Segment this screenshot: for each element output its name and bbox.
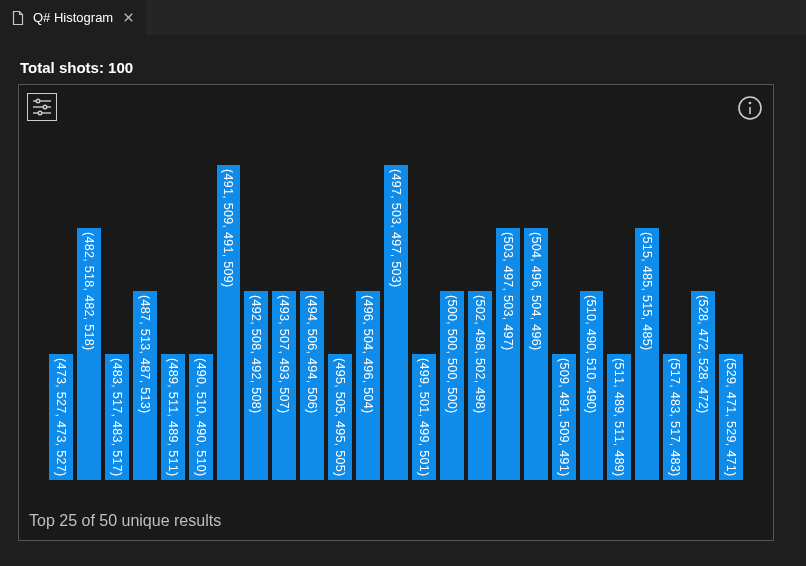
- bar-label: (509, 491, 509, 491): [557, 358, 571, 477]
- bar-label: (492, 508, 492, 508): [249, 295, 263, 414]
- bar-label: (495, 505, 495, 505): [333, 358, 347, 477]
- histogram-bar[interactable]: (510, 490, 510, 490): [580, 291, 604, 480]
- histogram-bar[interactable]: (491, 509, 491, 509): [217, 165, 241, 480]
- svg-point-1: [36, 99, 40, 103]
- histogram-bar[interactable]: (473, 527, 473, 527): [49, 354, 73, 480]
- histogram-bar[interactable]: (499, 501, 499, 501): [412, 354, 436, 480]
- histogram-bar[interactable]: (489, 511, 489, 511): [161, 354, 185, 480]
- bar-label: (511, 489, 511, 489): [612, 358, 626, 477]
- histogram-bar[interactable]: (517, 483, 517, 483): [663, 354, 687, 480]
- bar-label: (496, 504, 496, 504): [361, 295, 375, 414]
- histogram-bar[interactable]: (529, 471, 529, 471): [719, 354, 743, 480]
- histogram-bar[interactable]: (528, 472, 528, 472): [691, 291, 715, 480]
- histogram-bar[interactable]: (493, 507, 493, 507): [272, 291, 296, 480]
- bar-label: (529, 471, 529, 471): [724, 358, 738, 477]
- bar-label: (497, 503, 497, 503): [389, 169, 403, 288]
- histogram-bar[interactable]: (509, 491, 509, 491): [552, 354, 576, 480]
- total-shots-label: Total shots: 100: [20, 59, 788, 76]
- bar-label: (491, 509, 491, 509): [221, 169, 235, 288]
- histogram-bar[interactable]: (490, 510, 490, 510): [189, 354, 213, 480]
- bar-label: (517, 483, 517, 483): [668, 358, 682, 477]
- histogram-bar[interactable]: (504, 496, 504, 496): [524, 228, 548, 480]
- histogram-bar[interactable]: (515, 485, 515, 485): [635, 228, 659, 480]
- bar-label: (500, 500, 500, 500): [445, 295, 459, 414]
- bar-label: (494, 506, 494, 506): [305, 295, 319, 414]
- bar-label: (510, 490, 510, 490): [584, 295, 598, 414]
- bar-label: (499, 501, 499, 501): [417, 358, 431, 477]
- tab-title: Q# Histogram: [33, 10, 113, 25]
- settings-button[interactable]: [27, 93, 57, 121]
- bar-label: (487, 513, 487, 513): [138, 295, 152, 414]
- bar-label: (482, 518, 482, 518): [82, 232, 96, 351]
- histogram-panel: (473, 527, 473, 527)(482, 518, 482, 518)…: [18, 84, 774, 541]
- bar-label: (504, 496, 504, 496): [529, 232, 543, 351]
- file-icon: [10, 10, 26, 26]
- svg-point-5: [38, 111, 42, 115]
- histogram-bar[interactable]: (511, 489, 511, 489): [607, 354, 631, 480]
- bar-label: (493, 507, 493, 507): [277, 295, 291, 414]
- info-icon[interactable]: [737, 95, 763, 121]
- content: Total shots: 100 (473, 527, 473, 527)(48…: [0, 35, 806, 559]
- svg-point-7: [749, 102, 752, 105]
- bar-label: (515, 485, 515, 485): [640, 232, 654, 351]
- histogram-bar[interactable]: (494, 506, 494, 506): [300, 291, 324, 480]
- tab-qsharp-histogram[interactable]: Q# Histogram: [0, 0, 146, 35]
- histogram-bar[interactable]: (482, 518, 482, 518): [77, 228, 101, 480]
- bar-label: (502, 498, 502, 498): [473, 295, 487, 414]
- histogram-bar[interactable]: (503, 497, 503, 497): [496, 228, 520, 480]
- svg-point-3: [43, 105, 47, 109]
- bar-label: (483, 517, 483, 517): [110, 358, 124, 477]
- bar-label: (489, 511, 489, 511): [166, 358, 180, 477]
- histogram-bar[interactable]: (496, 504, 496, 504): [356, 291, 380, 480]
- histogram-chart: (473, 527, 473, 527)(482, 518, 482, 518)…: [49, 165, 743, 480]
- tab-bar: Q# Histogram: [0, 0, 806, 35]
- histogram-bar[interactable]: (487, 513, 487, 513): [133, 291, 157, 480]
- histogram-bar[interactable]: (500, 500, 500, 500): [440, 291, 464, 480]
- histogram-bar[interactable]: (492, 508, 492, 508): [244, 291, 268, 480]
- histogram-bar[interactable]: (502, 498, 502, 498): [468, 291, 492, 480]
- histogram-bar[interactable]: (483, 517, 483, 517): [105, 354, 129, 480]
- chart-caption: Top 25 of 50 unique results: [29, 512, 221, 530]
- histogram-bar[interactable]: (497, 503, 497, 503): [384, 165, 408, 480]
- bar-label: (528, 472, 528, 472): [696, 295, 710, 414]
- bar-label: (473, 527, 473, 527): [54, 358, 68, 477]
- histogram-bar[interactable]: (495, 505, 495, 505): [328, 354, 352, 480]
- close-icon[interactable]: [120, 10, 136, 26]
- bar-label: (490, 510, 490, 510): [194, 358, 208, 477]
- bar-label: (503, 497, 503, 497): [501, 232, 515, 351]
